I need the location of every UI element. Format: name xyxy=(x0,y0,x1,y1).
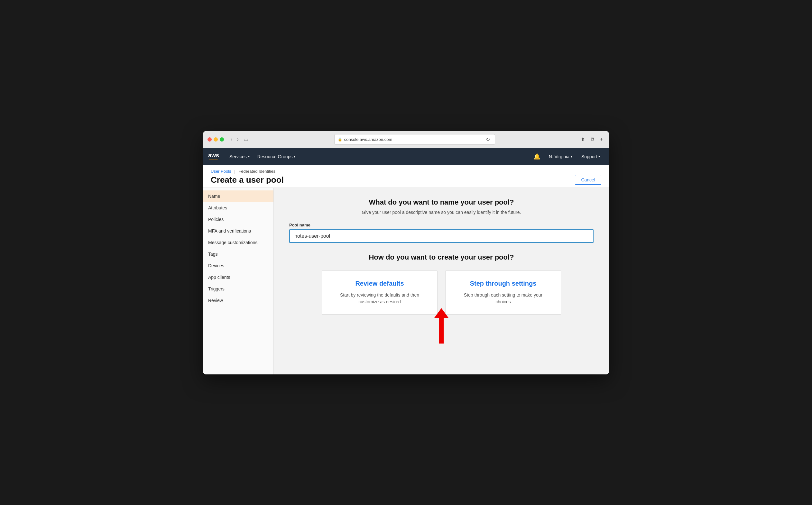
region-chevron-icon: ▾ xyxy=(571,155,572,158)
sidebar-item-review[interactable]: Review xyxy=(203,295,274,306)
fullscreen-button[interactable]: ⧉ xyxy=(589,136,596,143)
support-chevron-icon: ▾ xyxy=(598,155,600,158)
review-defaults-card[interactable]: Review defaults Start by reviewing the d… xyxy=(322,271,438,315)
close-button[interactable] xyxy=(207,137,212,142)
sidebar-item-mfa[interactable]: MFA and verifications xyxy=(203,225,274,237)
step-through-settings-card[interactable]: Step through settings Step through each … xyxy=(445,271,561,315)
forward-button[interactable]: › xyxy=(235,136,240,143)
step-through-settings-title: Step through settings xyxy=(456,280,550,287)
sidebar-item-app-clients[interactable]: App clients xyxy=(203,272,274,283)
browser-nav-buttons: ‹ › ▭ xyxy=(229,136,250,143)
nav-right: 🔔 N. Virginia ▾ Support ▾ xyxy=(530,148,604,165)
browser-actions: ⬆ ⧉ + xyxy=(579,136,605,143)
sidebar-item-devices[interactable]: Devices xyxy=(203,260,274,272)
breadcrumb-separator: | xyxy=(234,169,235,174)
pool-name-field-group: Pool name xyxy=(289,222,594,253)
sidebar-item-policies[interactable]: Policies xyxy=(203,213,274,225)
resource-groups-nav-item[interactable]: Resource Groups ▾ xyxy=(254,148,300,165)
pool-name-input[interactable] xyxy=(289,229,594,243)
address-bar: 🔒 console.aws.amazon.com ↻ xyxy=(254,134,576,145)
review-defaults-desc: Start by reviewing the defaults and then… xyxy=(332,292,427,305)
page-header: User Pools | Federated Identities Create… xyxy=(203,165,609,188)
sidebar: Name Attributes Policies MFA and verific… xyxy=(203,188,274,374)
lock-icon: 🔒 xyxy=(338,137,342,142)
aws-navbar: aws ——— Services ▾ Resource Groups ▾ 🔔 N… xyxy=(203,148,609,165)
services-nav-item[interactable]: Services ▾ xyxy=(225,148,254,165)
back-button[interactable]: ‹ xyxy=(229,136,234,143)
sidebar-item-attributes[interactable]: Attributes xyxy=(203,202,274,213)
content-area: What do you want to name your user pool?… xyxy=(274,188,609,374)
url-text: console.aws.amazon.com xyxy=(344,137,392,142)
region-nav-item[interactable]: N. Virginia ▾ xyxy=(545,148,576,165)
minimize-button[interactable] xyxy=(214,137,218,142)
creation-options: Review defaults Start by reviewing the d… xyxy=(289,271,594,315)
page-title-row: Create a user pool Cancel xyxy=(211,175,601,185)
share-button[interactable]: ⬆ xyxy=(579,136,587,143)
sidebar-item-tags[interactable]: Tags xyxy=(203,248,274,260)
main-layout: Name Attributes Policies MFA and verific… xyxy=(203,188,609,374)
sidebar-toggle-button[interactable]: ▭ xyxy=(241,136,250,143)
reload-button[interactable]: ↻ xyxy=(484,136,492,143)
red-arrow-annotation xyxy=(434,308,449,344)
sidebar-item-name[interactable]: Name xyxy=(203,190,274,202)
traffic-lights xyxy=(207,137,224,142)
aws-logo[interactable]: aws ——— xyxy=(208,152,219,161)
cancel-button[interactable]: Cancel xyxy=(575,175,601,185)
page-title: Create a user pool xyxy=(211,175,284,185)
step-through-settings-desc: Step through each setting to make your c… xyxy=(456,292,550,305)
browser-titlebar: ‹ › ▭ 🔒 console.aws.amazon.com ↻ ⬆ ⧉ + xyxy=(203,131,609,148)
notifications-bell-icon[interactable]: 🔔 xyxy=(530,153,544,160)
new-tab-button[interactable]: + xyxy=(598,136,605,143)
name-section-subtext: Give your user pool a descriptive name s… xyxy=(289,210,594,215)
url-display[interactable]: 🔒 console.aws.amazon.com ↻ xyxy=(334,134,495,145)
maximize-button[interactable] xyxy=(220,137,224,142)
pool-name-label: Pool name xyxy=(289,222,594,227)
review-defaults-title: Review defaults xyxy=(332,280,427,287)
arrow-head-icon xyxy=(434,308,449,318)
services-chevron-icon: ▾ xyxy=(248,155,250,158)
sidebar-item-triggers[interactable]: Triggers xyxy=(203,283,274,295)
support-nav-item[interactable]: Support ▾ xyxy=(578,148,604,165)
arrow-shaft xyxy=(439,318,444,344)
browser-window: ‹ › ▭ 🔒 console.aws.amazon.com ↻ ⬆ ⧉ + a… xyxy=(203,131,609,374)
breadcrumb: User Pools | Federated Identities xyxy=(211,169,601,174)
user-pools-breadcrumb-link[interactable]: User Pools xyxy=(211,169,231,174)
sidebar-item-message[interactable]: Message customizations xyxy=(203,237,274,248)
federated-identities-breadcrumb: Federated Identities xyxy=(238,169,275,174)
resource-groups-chevron-icon: ▾ xyxy=(294,155,295,158)
aws-logo-smile: ——— xyxy=(209,158,218,161)
name-section-heading: What do you want to name your user pool? xyxy=(289,198,594,206)
create-section-heading: How do you want to create your user pool… xyxy=(289,253,594,262)
